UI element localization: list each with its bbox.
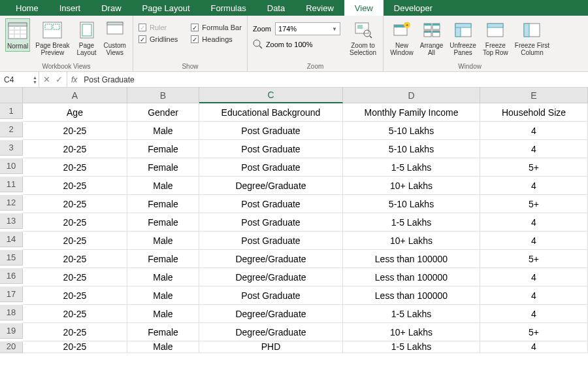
spreadsheet-grid[interactable]: ABCDE1AgeGenderEducational BackgroundMon…	[0, 88, 588, 353]
select-all-corner[interactable]	[0, 88, 23, 103]
formula-bar-checkbox[interactable]: ✓Formula Bar	[191, 24, 242, 31]
cell[interactable]: Male	[127, 122, 199, 140]
cancel-icon[interactable]: ✕	[43, 75, 50, 84]
gridlines-checkbox[interactable]: ✓Gridlines	[139, 35, 178, 43]
row-header[interactable]: 15	[0, 250, 23, 266]
cell[interactable]: Degree/Graduate	[199, 268, 343, 286]
cell[interactable]: Degree/Graduate	[199, 177, 343, 195]
cell[interactable]: 5-10 Lakhs	[343, 140, 480, 158]
cell[interactable]: 20-25	[23, 305, 127, 323]
cell[interactable]: Post Graduate	[199, 213, 343, 232]
row-header[interactable]: 13	[0, 213, 23, 229]
col-header-A[interactable]: A	[23, 88, 127, 103]
cell[interactable]: Female	[127, 323, 199, 341]
cell[interactable]: 4	[480, 286, 588, 305]
cell[interactable]: Female	[127, 195, 199, 213]
row-header[interactable]: 20	[0, 341, 23, 353]
row-header[interactable]: 12	[0, 195, 23, 211]
cell[interactable]: 20-25	[23, 286, 127, 305]
cell[interactable]: 1-5 Lakhs	[343, 158, 480, 177]
cell[interactable]: Degree/Graduate	[199, 323, 343, 341]
freeze-top-row-button[interactable]: Freeze Top Row	[482, 18, 510, 58]
cell[interactable]: Male	[127, 341, 199, 353]
cell[interactable]: 20-25	[23, 250, 127, 268]
cell[interactable]: Male	[127, 286, 199, 305]
cell[interactable]: Degree/Graduate	[199, 305, 343, 323]
cell[interactable]: 20-25	[23, 140, 127, 158]
row-header[interactable]: 1	[0, 103, 23, 119]
cell[interactable]: Female	[127, 158, 199, 177]
cell[interactable]: Female	[127, 250, 199, 268]
tab-developer[interactable]: Developer	[384, 0, 443, 16]
tab-formulas[interactable]: Formulas	[201, 0, 257, 16]
zoom-to-selection-button[interactable]: Zoom to Selection	[348, 18, 378, 58]
cell[interactable]: 4	[480, 177, 588, 195]
cell[interactable]: 20-25	[23, 177, 127, 195]
cell[interactable]: 4	[480, 305, 588, 323]
cell[interactable]: Post Graduate	[199, 158, 343, 177]
cell[interactable]: 5-10 Lakhs	[343, 195, 480, 213]
cell[interactable]: 5+	[480, 250, 588, 268]
cell[interactable]: Gender	[127, 103, 199, 122]
cell[interactable]: 5-10 Lakhs	[343, 122, 480, 140]
freeze-first-col-button[interactable]: Freeze First Column	[514, 18, 551, 58]
tab-draw[interactable]: Draw	[91, 0, 131, 16]
cell[interactable]: Educational Background	[199, 103, 343, 122]
row-header[interactable]: 11	[0, 177, 23, 192]
cell[interactable]: Male	[127, 177, 199, 195]
row-header[interactable]: 19	[0, 323, 23, 339]
cell[interactable]: 5+	[480, 158, 588, 177]
tab-insert[interactable]: Insert	[49, 0, 91, 16]
cell[interactable]: Less than 100000	[343, 286, 480, 305]
row-header[interactable]: 10	[0, 158, 23, 174]
cell[interactable]: Age	[23, 103, 127, 122]
row-header[interactable]: 16	[0, 268, 23, 284]
zoom-input[interactable]: 174%▼	[275, 22, 340, 35]
cell[interactable]: 5+	[480, 323, 588, 341]
cell[interactable]: Post Graduate	[199, 286, 343, 305]
cell[interactable]: Male	[127, 268, 199, 286]
cell[interactable]: Female	[127, 140, 199, 158]
confirm-icon[interactable]: ✓	[56, 75, 63, 84]
cell[interactable]: 4	[480, 140, 588, 158]
cell[interactable]: 4	[480, 232, 588, 250]
cell[interactable]: Less than 100000	[343, 268, 480, 286]
stepper-icon[interactable]: ▲▼	[33, 75, 37, 84]
cell[interactable]: 4	[480, 268, 588, 286]
cell[interactable]: Less than 100000	[343, 250, 480, 268]
cell[interactable]: Post Graduate	[199, 232, 343, 250]
cell[interactable]: 20-25	[23, 213, 127, 232]
cell[interactable]: Female	[127, 213, 199, 232]
cell[interactable]: Monthly Family Income	[343, 103, 480, 122]
cell[interactable]: 1-5 Lakhs	[343, 213, 480, 232]
cell[interactable]: 20-25	[23, 323, 127, 341]
cell[interactable]: Male	[127, 232, 199, 250]
cell[interactable]: Degree/Graduate	[199, 250, 343, 268]
cell[interactable]: 10+ Lakhs	[343, 323, 480, 341]
ruler-checkbox[interactable]: ✓Ruler	[139, 24, 178, 31]
tab-home[interactable]: Home	[5, 0, 49, 16]
formula-input[interactable]: Post Graduate	[81, 75, 588, 84]
zoom-100-button[interactable]: Zoom to 100%	[253, 39, 340, 50]
cell[interactable]: PHD	[199, 341, 343, 353]
tab-review[interactable]: Review	[295, 0, 344, 16]
cell[interactable]: Post Graduate	[199, 122, 343, 140]
cell[interactable]: 4	[480, 341, 588, 353]
cell[interactable]: Post Graduate	[199, 195, 343, 213]
new-window-button[interactable]: + New Window	[389, 18, 415, 58]
page-layout-button[interactable]: Page Layout	[75, 18, 99, 58]
cell[interactable]: 1-5 Lakhs	[343, 341, 480, 353]
cell[interactable]: 4	[480, 122, 588, 140]
cell[interactable]: 20-25	[23, 341, 127, 353]
cell[interactable]: 20-25	[23, 232, 127, 250]
col-header-C[interactable]: C	[199, 88, 343, 103]
name-box[interactable]: C4 ▲▼	[0, 72, 39, 87]
tab-page-layout[interactable]: Page Layout	[132, 0, 201, 16]
row-header[interactable]: 18	[0, 305, 23, 320]
cell[interactable]: Household Size	[480, 103, 588, 122]
page-break-preview-button[interactable]: Page Break Preview	[34, 18, 71, 58]
tab-data[interactable]: Data	[257, 0, 295, 16]
normal-view-button[interactable]: Normal	[5, 18, 30, 52]
cell[interactable]: 20-25	[23, 122, 127, 140]
cell[interactable]: Post Graduate	[199, 140, 343, 158]
